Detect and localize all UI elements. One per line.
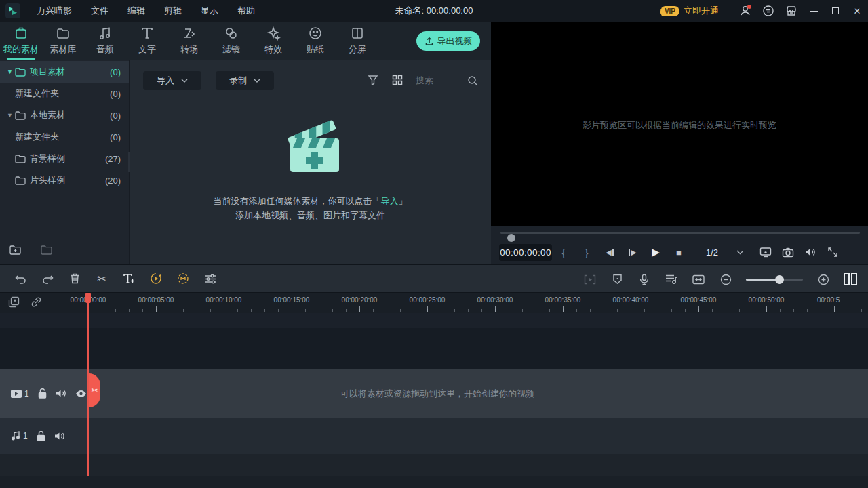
previous-frame-button[interactable]: ◀ [598, 248, 621, 257]
snapshot-camera-icon[interactable] [776, 247, 799, 258]
audio-mixer-icon[interactable] [658, 274, 685, 285]
fit-timeline-icon[interactable] [685, 274, 712, 285]
mute-icon[interactable] [54, 432, 65, 441]
record-dropdown-button[interactable]: 录制 [216, 71, 274, 90]
export-video-button[interactable]: 导出视频 [416, 31, 480, 51]
caret-down-icon[interactable]: ▼ [7, 112, 14, 119]
audio-track-number: 1 [23, 431, 28, 441]
mark-out-button[interactable]: } [575, 247, 598, 258]
lock-icon[interactable] [37, 431, 45, 441]
tab-label: 贴纸 [307, 43, 324, 56]
sidebar-item-local-media[interactable]: ▼ 本地素材 (0) [0, 104, 129, 126]
store-icon[interactable] [780, 0, 803, 22]
render-preview-icon[interactable] [576, 274, 604, 285]
tab-text[interactable]: 文字 [126, 22, 168, 60]
zoom-in-icon[interactable] [810, 274, 837, 285]
timeline-zoom-slider[interactable] [746, 279, 803, 281]
adjust-icon[interactable] [197, 274, 224, 284]
next-frame-button[interactable]: ▶ [621, 248, 644, 257]
dual-pane-icon[interactable] [837, 272, 864, 286]
sidebar-item-new-folder-1[interactable]: 新建文件夹 (0) [0, 83, 129, 104]
menu-view[interactable]: 显示 [191, 0, 228, 22]
titlebar-right: VIP 立即开通 ✕ [660, 0, 868, 22]
preview-quality-value[interactable]: 1/2 [698, 247, 726, 258]
voiceover-mic-icon[interactable] [631, 274, 658, 285]
search-input[interactable]: 搜索 [413, 71, 481, 90]
speed-ramp-icon[interactable] [142, 272, 170, 285]
menu-app[interactable]: 万兴喵影 [27, 0, 81, 22]
add-folder-icon[interactable] [9, 245, 22, 256]
timeline-ruler[interactable]: 00:00:00:00 00:00:05:00 00:00:10:00 00:0… [0, 293, 868, 313]
sidebar-item-background-samples[interactable]: 背景样例 (27) [0, 148, 129, 169]
zoom-slider-handle[interactable] [775, 275, 784, 284]
tab-transition[interactable]: 转场 [168, 22, 210, 60]
mark-in-button[interactable]: { [552, 247, 575, 258]
audio-track[interactable]: 1 [0, 418, 868, 454]
close-button[interactable]: ✕ [846, 0, 868, 22]
menu-help[interactable]: 帮助 [228, 0, 264, 22]
timeline-empty-band [0, 454, 868, 476]
delete-folder-icon[interactable] [41, 245, 53, 256]
tab-my-media[interactable]: 我的素材 [0, 22, 42, 60]
current-timecode: 00:00:00:00 [499, 244, 552, 261]
sidebar-item-new-folder-2[interactable]: 新建文件夹 (0) [0, 126, 129, 148]
redo-icon[interactable] [34, 274, 61, 284]
zoom-out-icon[interactable] [712, 274, 739, 285]
delete-icon[interactable] [61, 273, 88, 284]
folder-icon [15, 154, 28, 163]
motion-track-icon[interactable] [170, 272, 197, 285]
play-button[interactable]: ▶ [644, 246, 667, 258]
chevron-down-icon[interactable] [726, 250, 754, 255]
ruler-label: 00:00:15:00 [258, 296, 326, 304]
visibility-eye-icon[interactable] [75, 390, 87, 398]
filter-funnel-icon[interactable] [368, 75, 378, 85]
split-scissors-icon[interactable]: ✂ [88, 272, 115, 285]
tab-effects[interactable]: 特效 [252, 22, 294, 60]
mute-icon[interactable] [56, 389, 66, 398]
menu-edit[interactable]: 编辑 [118, 0, 155, 22]
menu-file[interactable]: 文件 [81, 0, 118, 22]
vip-badge-icon[interactable]: VIP [660, 6, 679, 16]
stop-button[interactable]: ■ [667, 247, 690, 258]
sidebar-item-label: 项目素材 [30, 66, 110, 78]
notification-dot [747, 5, 751, 9]
fullscreen-icon[interactable] [821, 247, 844, 258]
timeline-drop-hint: 可以将素材或资源拖动到这里，开始创建你的视频 [88, 369, 787, 418]
account-icon[interactable] [734, 0, 757, 22]
minimize-button[interactable] [803, 0, 825, 22]
timeline-toolbar: ✂ [0, 264, 868, 293]
tab-stickers[interactable]: 贴纸 [294, 22, 336, 60]
feedback-icon[interactable] [757, 0, 780, 22]
tab-split-screen[interactable]: 分屏 [336, 22, 378, 60]
import-link[interactable]: 导入 [381, 196, 399, 206]
import-dropdown-button[interactable]: 导入 [143, 71, 201, 90]
tab-media-library[interactable]: 素材库 [42, 22, 84, 60]
caret-down-icon[interactable]: ▼ [7, 68, 14, 75]
ruler-label: 00:00:45:00 [665, 296, 732, 304]
seek-bar[interactable] [500, 232, 860, 234]
tab-label: 音频 [96, 43, 114, 56]
display-device-icon[interactable] [754, 247, 776, 258]
undo-icon[interactable] [7, 274, 34, 284]
vip-upgrade-link[interactable]: 立即开通 [684, 5, 719, 17]
app-logo-icon [5, 3, 20, 18]
lock-icon[interactable] [38, 388, 47, 399]
menu-clip[interactable]: 剪辑 [155, 0, 191, 22]
ruler-label: 00:00:05:00 [122, 296, 190, 304]
playhead-head[interactable] [85, 293, 91, 303]
sidebar-item-project-media[interactable]: ▼ 项目素材 (0) [0, 61, 129, 83]
tab-audio[interactable]: 音频 [84, 22, 126, 60]
marker-icon[interactable] [604, 274, 631, 285]
maximize-button[interactable] [825, 0, 846, 22]
tab-filter[interactable]: 滤镜 [210, 22, 252, 60]
volume-icon[interactable] [799, 247, 821, 258]
sidebar-item-count: (27) [105, 154, 121, 164]
sidebar-item-intro-samples[interactable]: 片头样例 (20) [0, 169, 129, 191]
timeline-empty-band [0, 328, 868, 369]
search-icon[interactable] [467, 75, 478, 86]
empty-state-line1: 当前没有添加任何媒体素材，你可以点击「导入」 [130, 194, 491, 208]
link-icon[interactable] [31, 296, 42, 308]
duplicate-icon[interactable] [8, 296, 20, 308]
add-text-icon[interactable] [115, 273, 142, 284]
grid-view-icon[interactable] [392, 75, 403, 85]
